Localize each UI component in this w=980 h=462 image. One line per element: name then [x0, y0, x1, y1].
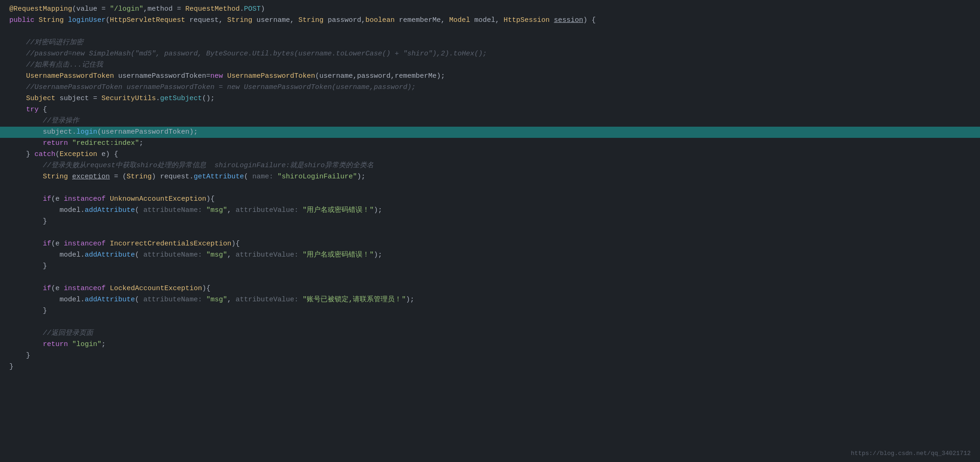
code-line-23: model.addAttribute( attributeName: "msg"…: [0, 250, 980, 261]
code-line-8: //UsernamePasswordToken usernamePassword…: [0, 82, 980, 93]
code-line-32: }: [0, 350, 980, 361]
code-line-27: model.addAttribute( attributeName: "msg"…: [0, 294, 980, 306]
code-line-blank4: [0, 317, 980, 328]
code-line-26: if(e instanceof LockedAccountException){: [0, 283, 980, 294]
code-line-28: }: [0, 306, 980, 317]
code-line-4: //对密码进行加密: [0, 37, 980, 48]
code-line-31: return "login";: [0, 339, 980, 350]
code-line-9: Subject subject = SecurityUtils.getSubje…: [0, 93, 980, 104]
annotation-text: @RequestMapping: [9, 4, 72, 14]
code-line-blank3: [0, 272, 980, 283]
code-line-6: //如果有点击...记住我: [0, 60, 980, 71]
code-editor: @RequestMapping(value = "/login",method …: [0, 0, 980, 462]
code-line-5: //password=new SimpleHash("md5", passwor…: [0, 48, 980, 60]
code-line-1: @RequestMapping(value = "/login",method …: [0, 4, 980, 15]
code-line-16: String exception = (String) request.getA…: [0, 171, 980, 183]
code-line-24: }: [0, 261, 980, 272]
footer-url: https://blog.csdn.net/qq_34021712: [851, 449, 971, 458]
code-line-15: //登录失败从request中获取shiro处理的异常信息 shiroLogin…: [0, 160, 980, 171]
code-line-blank2: [0, 227, 980, 238]
code-line-10: try {: [0, 104, 980, 116]
code-line-12: subject.login(usernamePasswordToken);: [0, 127, 980, 138]
code-line-2: public String loginUser(HttpServletReque…: [0, 15, 980, 26]
code-line-20: }: [0, 216, 980, 227]
code-line-13: return "redirect:index";: [0, 138, 980, 149]
code-line-3: [0, 26, 980, 37]
code-line-19: model.addAttribute( attributeName: "msg"…: [0, 205, 980, 216]
code-line-blank1: [0, 183, 980, 194]
code-line-18: if(e instanceof UnknownAccountException)…: [0, 194, 980, 205]
code-line-22: if(e instanceof IncorrectCredentialsExce…: [0, 238, 980, 250]
code-line-7: UsernamePasswordToken usernamePasswordTo…: [0, 71, 980, 82]
code-line-14: } catch(Exception e) {: [0, 149, 980, 160]
code-line-30: //返回登录页面: [0, 328, 980, 339]
code-line-11: //登录操作: [0, 116, 980, 127]
code-line-33: }: [0, 361, 980, 373]
